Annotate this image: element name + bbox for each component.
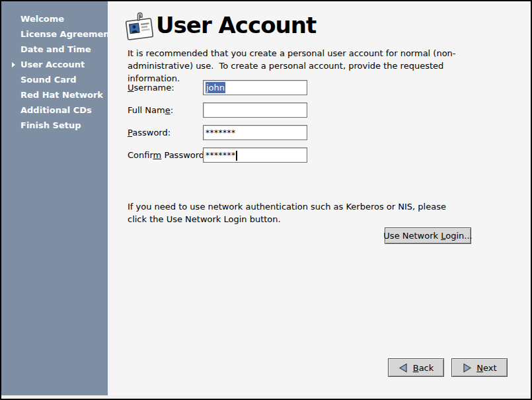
back-arrow-icon (399, 363, 408, 373)
current-step-arrow-icon (12, 62, 15, 67)
sidebar-item-user-account[interactable]: User Account (1, 57, 108, 72)
selected-text: john (206, 82, 225, 93)
text-cursor (236, 151, 237, 161)
full-name-input[interactable] (203, 102, 307, 118)
full-name-label: Full Name: (128, 102, 173, 118)
use-network-login-button[interactable]: Use Network Login... (385, 227, 471, 244)
sidebar-item-label: Welcome (20, 14, 64, 24)
sidebar-item-label: License Agreement (20, 29, 114, 39)
next-button-label: Next (476, 363, 496, 373)
network-auth-note: If you need to use network authenticatio… (128, 200, 466, 225)
sidebar-item-label: Finish Setup (20, 120, 81, 130)
sidebar-item-welcome[interactable]: Welcome (1, 11, 108, 26)
password-input[interactable]: ******* (203, 125, 307, 140)
sidebar-item-sound-card[interactable]: Sound Card (1, 72, 108, 87)
confirm-password-input[interactable]: ******* (203, 147, 307, 163)
sidebar-item-additional-cds[interactable]: Additional CDs (1, 102, 108, 118)
sidebar-item-label: User Account (20, 60, 85, 69)
sidebar-item-label: Date and Time (20, 44, 91, 54)
username-input[interactable]: john (203, 80, 307, 95)
window-frame: Welcome License Agreement Date and Time … (1, 1, 531, 399)
main-content: User Account It is recommended that you … (108, 1, 531, 395)
back-button[interactable]: Back (388, 358, 444, 377)
sidebar-item-label: Additional CDs (20, 105, 92, 115)
sidebar-item-label: Red Hat Network (20, 90, 103, 100)
confirm-password-label: Confirm Password: (128, 147, 207, 163)
password-label: Password: (128, 125, 171, 140)
sidebar-item-finish-setup[interactable]: Finish Setup (1, 118, 108, 133)
page-title: User Account (156, 12, 316, 38)
id-badge-icon (124, 9, 155, 42)
sidebar-item-red-hat-network[interactable]: Red Hat Network (1, 87, 108, 102)
sidebar-item-license-agreement[interactable]: License Agreement (1, 26, 108, 42)
intro-text: It is recommended that you create a pers… (128, 47, 466, 85)
next-button[interactable]: Next (451, 358, 508, 377)
username-label: Username: (128, 80, 174, 95)
back-button-label: Back (413, 363, 434, 373)
next-arrow-icon (462, 363, 472, 373)
sidebar-item-label: Sound Card (20, 75, 77, 85)
sidebar-item-date-and-time[interactable]: Date and Time (1, 42, 108, 57)
firstboot-window: { "colors": { "sidebar_bg": "#7e8fa4", "… (0, 0, 532, 400)
sidebar: Welcome License Agreement Date and Time … (1, 1, 108, 395)
wizard-step-list: Welcome License Agreement Date and Time … (1, 1, 108, 133)
use-network-login-label: Use Network Login... (383, 231, 472, 241)
